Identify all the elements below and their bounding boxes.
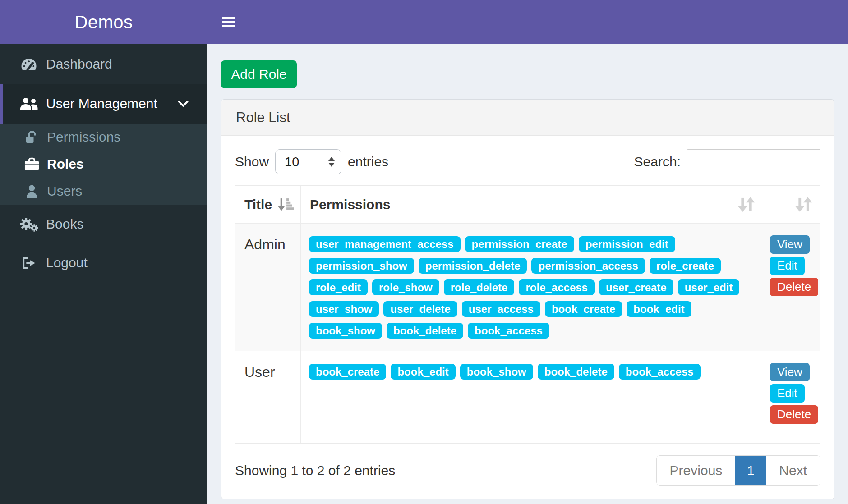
card-title: Role List [236, 110, 290, 126]
sort-both-icon [795, 197, 813, 212]
top-navbar [207, 0, 848, 44]
brand-title: Demos [0, 0, 207, 44]
permission-badge: user_management_access [309, 236, 461, 252]
permission-badge: book_delete [538, 364, 614, 380]
table-footer: Showing 1 to 2 of 2 entries Previous 1 N… [235, 455, 820, 486]
role-actions-cell: ViewEditDelete [762, 224, 820, 351]
next-page-button[interactable]: Next [766, 456, 820, 485]
permission-badge: permission_access [531, 258, 645, 274]
permission-badge: user_delete [383, 301, 457, 317]
permission-badge: role_delete [444, 279, 515, 295]
page-length-value: 10 [285, 155, 299, 170]
permission-badge: role_create [650, 258, 721, 274]
sidebar-toggle-button[interactable] [222, 17, 235, 30]
sidebar-item-label: Books [46, 216, 83, 232]
sort-amount-down-icon [277, 197, 294, 212]
sidebar-item-dashboard[interactable]: Dashboard [0, 44, 207, 84]
delete-button[interactable]: Delete [770, 278, 818, 296]
show-label: Show [235, 154, 269, 170]
permission-badge: book_access [468, 323, 549, 339]
edit-button[interactable]: Edit [770, 257, 805, 275]
sidebar-item-label: Permissions [47, 129, 120, 145]
entries-info: Showing 1 to 2 of 2 entries [235, 463, 395, 478]
tachometer-icon [20, 57, 38, 71]
sidebar-item-label: User Management [46, 96, 157, 111]
sidebar-item-logout[interactable]: Logout [0, 243, 207, 282]
role-permissions-cell: book_createbook_editbook_showbook_delete… [300, 351, 762, 443]
previous-page-button[interactable]: Previous [657, 456, 736, 485]
permission-badge: user_create [599, 279, 673, 295]
roles-table: Title Permissions [235, 185, 820, 444]
permission-badge: permission_edit [579, 236, 675, 252]
role-actions-cell: ViewEditDelete [762, 351, 820, 443]
hamburger-icon [222, 17, 235, 19]
permission-badge: user_show [309, 301, 379, 317]
sort-both-icon [737, 197, 756, 212]
role-title-cell: User [235, 351, 300, 443]
delete-button[interactable]: Delete [770, 405, 818, 424]
permission-badge-line: user_showuser_deleteuser_accessbook_crea… [309, 301, 756, 317]
unlock-icon [23, 130, 40, 144]
page-length-control: Show 10 entries [235, 149, 388, 174]
sidebar-item-books[interactable]: Books [0, 205, 207, 243]
briefcase-icon [23, 157, 40, 171]
column-header-permissions[interactable]: Permissions [300, 186, 762, 223]
sidebar-item-label: Roles [47, 156, 84, 172]
edit-button[interactable]: Edit [770, 384, 805, 403]
permission-badge: book_access [619, 364, 701, 380]
permission-badge: book_edit [391, 364, 455, 380]
table-row: Adminuser_management_accesspermission_cr… [235, 223, 820, 351]
permission-badge: book_create [545, 301, 622, 317]
role-permissions-cell: user_management_accesspermission_createp… [300, 224, 762, 351]
search-label: Search: [634, 154, 681, 170]
permission-badge: role_show [372, 279, 439, 295]
search-input[interactable] [687, 149, 820, 174]
view-button[interactable]: View [770, 363, 810, 381]
entries-label: entries [348, 154, 388, 170]
permission-badge: user_access [462, 301, 540, 317]
user-management-submenu: Permissions Roles Users [0, 124, 207, 205]
permission-badge-line: user_management_accesspermission_createp… [309, 236, 756, 252]
permission-badge: user_edit [678, 279, 740, 295]
chevron-down-icon [178, 101, 189, 107]
permission-badge: book_edit [627, 301, 691, 317]
card-header: Role List [221, 100, 834, 136]
permission-badge-line: role_editrole_showrole_deleterole_access… [309, 279, 756, 295]
column-header-actions[interactable] [762, 186, 820, 223]
table-body: Adminuser_management_accesspermission_cr… [235, 223, 820, 443]
page-length-select[interactable]: 10 [275, 149, 341, 174]
sidebar-item-label: Users [47, 183, 82, 199]
permission-badge: book_delete [387, 323, 463, 339]
table-header-row: Title Permissions [235, 186, 820, 223]
sidebar-item-users[interactable]: Users [0, 178, 207, 205]
sign-out-icon [20, 256, 38, 270]
sidebar-item-label: Logout [46, 255, 88, 270]
permission-badge: book_create [309, 364, 386, 380]
sidebar: Demos Dashboard User Management [0, 0, 207, 504]
permission-badge: role_access [519, 279, 594, 295]
sidebar-item-permissions[interactable]: Permissions [0, 124, 207, 151]
cogs-icon [20, 217, 38, 232]
table-controls: Show 10 entries Search: [235, 149, 820, 174]
permission-badge-line: book_createbook_editbook_showbook_delete… [309, 364, 756, 380]
permission-badge-line: permission_showpermission_deletepermissi… [309, 258, 756, 274]
table-row: Userbook_createbook_editbook_showbook_de… [235, 351, 820, 443]
permission-badge: permission_create [465, 236, 574, 252]
user-icon [23, 184, 40, 198]
column-header-title[interactable]: Title [235, 186, 300, 223]
permission-badge: permission_delete [419, 258, 527, 274]
add-role-button[interactable]: Add Role [221, 60, 297, 88]
select-arrows-icon [328, 157, 335, 167]
permission-badge: book_show [460, 364, 533, 380]
page-number-button[interactable]: 1 [735, 456, 766, 485]
sidebar-item-user-management[interactable]: User Management [0, 84, 207, 124]
pagination: Previous 1 Next [656, 455, 820, 486]
main-content: Add Role Role List Show 10 entries [207, 44, 848, 504]
role-list-card: Role List Show 10 entries Search: [221, 99, 834, 499]
users-icon [20, 96, 38, 111]
sidebar-item-roles[interactable]: Roles [0, 151, 207, 178]
permission-badge: permission_show [309, 258, 414, 274]
card-body: Show 10 entries Search: [221, 136, 834, 499]
search-control: Search: [634, 149, 820, 174]
view-button[interactable]: View [770, 235, 810, 254]
